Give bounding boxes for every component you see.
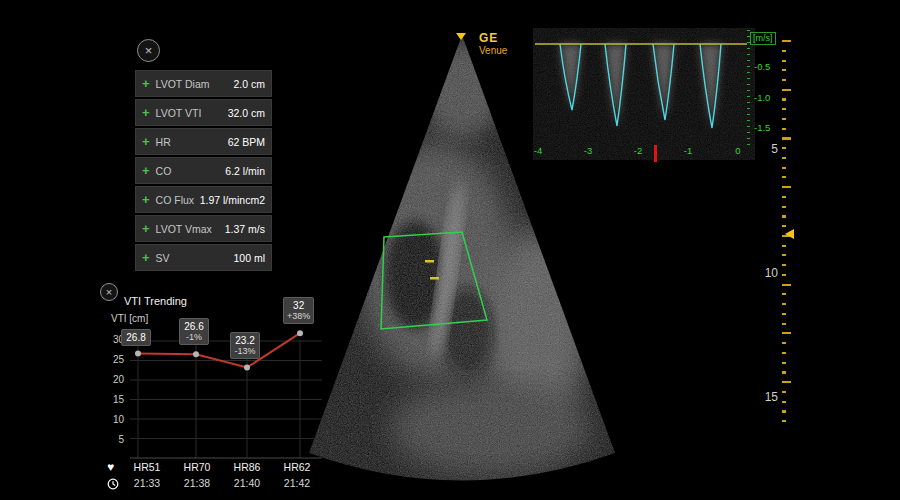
measurement-row[interactable]: + LVOT Diam 2.0 cm [135, 70, 272, 97]
sector-apex-marker-icon [456, 33, 466, 40]
add-measurement-icon: + [142, 135, 150, 148]
trend-value-box: 26.6-1% [179, 318, 209, 345]
time-tick-label: -2 [630, 145, 646, 156]
brand-line-ge: GE [479, 32, 507, 45]
caliper-mark[interactable] [430, 277, 439, 280]
measurements-panel: + LVOT Diam 2.0 cm + LVOT VTI 32.0 cm + … [135, 70, 272, 273]
velocity-tick-label: -0.5 [754, 61, 770, 72]
depth-label: 10 [765, 266, 778, 280]
add-measurement-icon: + [142, 106, 150, 119]
y-tick-label: 5 [118, 434, 124, 445]
doppler-spectrum-display [533, 28, 755, 160]
close-icon: × [106, 286, 112, 298]
depth-label: 15 [765, 390, 778, 404]
doppler-velocity-ruler [747, 30, 750, 148]
velocity-unit-label: [m/s] [750, 32, 776, 45]
focus-depth-marker[interactable] [785, 229, 794, 239]
time-tick-label: -3 [580, 145, 596, 156]
y-tick-label: 25 [113, 354, 124, 365]
velocity-tick-label: -1.0 [754, 92, 770, 103]
brand-line-venue: Venue [479, 45, 507, 56]
trend-value: 26.8 [125, 332, 147, 343]
trend-value: 26.6 [183, 321, 205, 332]
depth-ruler-labels: 51015 [756, 142, 778, 404]
trend-delta: -1% [183, 332, 205, 342]
close-icon: × [145, 43, 153, 58]
measurement-label: LVOT Diam [156, 78, 234, 90]
vti-trend-chart [130, 336, 322, 460]
add-measurement-icon: + [142, 164, 150, 177]
ultrasound-screen: [m/s] -0.5-1.0-1.5 -4-3-2-10 51015 GE Ve… [0, 0, 900, 500]
measurement-value: 1.97 l/mincm2 [200, 194, 265, 206]
measurement-value: 62 BPM [228, 136, 265, 148]
doppler-velocity-scale: -0.5-1.0-1.5 [754, 61, 770, 133]
time-label: 21:38 [172, 477, 222, 489]
trend-delta: +38% [287, 311, 310, 321]
doppler-time-axis: -4-3-2-10 [530, 145, 746, 156]
time-tick-label: -1 [680, 145, 696, 156]
time-tick-label: -4 [530, 145, 546, 156]
time-label: 21:42 [272, 477, 322, 489]
hr-label: HR70 [172, 461, 222, 473]
hr-label: HR51 [122, 461, 172, 473]
measurement-label: LVOT Vmax [156, 223, 225, 235]
measurement-row[interactable]: + SV 100 ml [135, 244, 272, 271]
add-measurement-icon: + [142, 251, 150, 264]
trend-time-row: 21:3321:3821:4021:42 [122, 477, 322, 489]
trending-close-button[interactable]: × [100, 283, 118, 301]
time-tick-label: 0 [730, 145, 746, 156]
velocity-tick-label: -1.5 [754, 122, 770, 133]
measurement-label: HR [156, 136, 228, 148]
time-label: 21:33 [122, 477, 172, 489]
measurement-row[interactable]: + LVOT Vmax 1.37 m/s [135, 215, 272, 242]
measurement-label: CO [156, 165, 226, 177]
add-measurement-icon: + [142, 222, 150, 235]
measurement-row[interactable]: + HR 62 BPM [135, 128, 272, 155]
heart-rate-icon: ♥ [107, 460, 114, 474]
cine-position-marker[interactable] [654, 145, 657, 162]
trend-value-box: 23.2-13% [230, 332, 260, 359]
trend-hr-row: HR51HR70HR86HR62 [122, 461, 322, 473]
measurement-value: 32.0 cm [228, 107, 265, 119]
hr-label: HR86 [222, 461, 272, 473]
measurement-label: LVOT VTI [156, 107, 228, 119]
measurement-value: 2.0 cm [233, 78, 265, 90]
measurements-close-button[interactable]: × [137, 39, 160, 62]
trend-delta: -13% [234, 346, 256, 356]
trend-y-axis: 30252015105 [96, 334, 124, 445]
trend-value: 23.2 [234, 335, 256, 346]
measurement-value: 1.37 m/s [225, 223, 265, 235]
clock-icon [107, 478, 119, 490]
caliper-mark[interactable] [425, 260, 434, 263]
measurement-row[interactable]: + CO 6.2 l/min [135, 157, 272, 184]
trend-value-box: 26.8 [121, 329, 151, 346]
time-label: 21:40 [222, 477, 272, 489]
ge-venue-logo: GE Venue [479, 32, 507, 56]
measurement-label: CO Flux [156, 194, 200, 206]
y-tick-label: 20 [113, 374, 124, 385]
trend-value: 32 [287, 300, 310, 311]
depth-label: 5 [771, 142, 778, 156]
measurement-value: 6.2 l/min [225, 165, 265, 177]
measurement-value: 100 ml [233, 252, 265, 264]
hr-label: HR62 [272, 461, 322, 473]
measurement-row[interactable]: + CO Flux 1.97 l/mincm2 [135, 186, 272, 213]
trend-y-axis-label: VTI [cm] [111, 313, 148, 324]
y-tick-label: 10 [113, 414, 124, 425]
measurement-label: SV [156, 252, 234, 264]
trend-value-box: 32+38% [283, 297, 314, 324]
trending-panel-title: VTI Trending [124, 295, 187, 307]
measurement-row[interactable]: + LVOT VTI 32.0 cm [135, 99, 272, 126]
add-measurement-icon: + [142, 193, 150, 206]
add-measurement-icon: + [142, 77, 150, 90]
y-tick-label: 15 [113, 394, 124, 405]
